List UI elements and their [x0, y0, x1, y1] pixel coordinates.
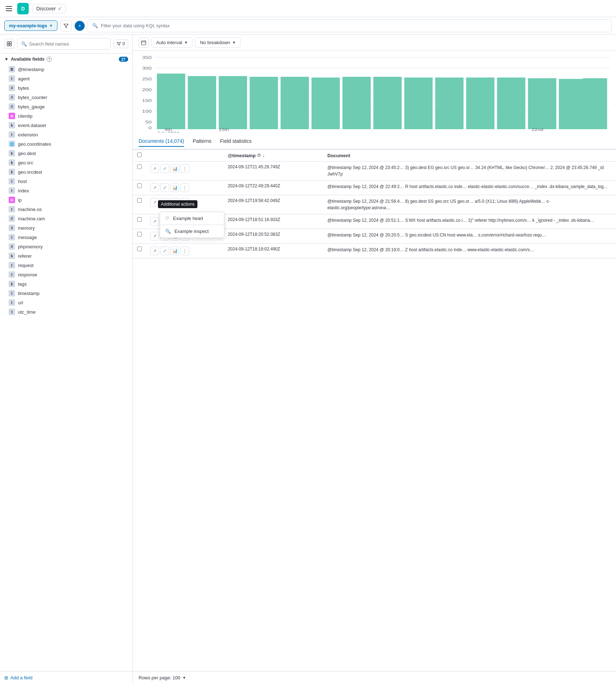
rows-per-page-chevron[interactable]: ▼	[182, 676, 186, 680]
more-actions-button[interactable]: ⋮	[181, 198, 189, 207]
col-document: Document	[323, 150, 616, 161]
visualize-button[interactable]: 📊	[171, 164, 179, 173]
svg-rect-3	[10, 44, 11, 46]
sidebar-field-item[interactable]: t timestamp	[0, 289, 132, 298]
field-name-label: request	[18, 263, 33, 268]
sidebar-field-item[interactable]: k tags	[0, 279, 132, 289]
sidebar-field-item[interactable]: # bytes_counter	[0, 93, 132, 102]
context-menu-item-inspect[interactable]: 🔍 Example inspect	[160, 225, 224, 238]
timestamp-cell: 2024-09-12T18:20:52.083Z	[223, 229, 323, 244]
sidebar-field-item[interactable]: # bytes_gauge	[0, 102, 132, 111]
visualize-button[interactable]: 📊	[171, 247, 179, 255]
chart-calendar-button[interactable]	[139, 38, 149, 48]
sidebar-field-item[interactable]: # memory	[0, 223, 132, 233]
tab-documents-label: Documents (14,074)	[139, 138, 184, 144]
sidebar-field-item[interactable]: t request	[0, 261, 132, 270]
visualize-button[interactable]: 📊	[171, 198, 179, 207]
sidebar-field-item[interactable]: t url	[0, 298, 132, 307]
available-fields-header[interactable]: ▼ Available fields ? 27	[0, 53, 132, 65]
sidebar-field-item[interactable]: t message	[0, 233, 132, 242]
row-checkbox[interactable]	[137, 164, 142, 169]
table-row: ↗ ⤢ 📊 ⋮ 2024-09-12T19:56:42.049Z @timest…	[133, 195, 616, 214]
row-checkbox[interactable]	[137, 198, 142, 203]
fields-header-left: ▼ Available fields ?	[4, 56, 52, 62]
more-actions-button[interactable]: ⋮	[181, 164, 189, 173]
filter-count-button[interactable]: 0	[113, 39, 128, 48]
row-actions-cell: ↗ ⤢ 📊 ⋮	[146, 244, 223, 258]
auto-interval-label: Auto interval	[156, 40, 182, 45]
view-doc-button[interactable]: ⤢	[160, 164, 169, 173]
sidebar-field-item[interactable]: 🗓 @timestamp	[0, 65, 132, 74]
tab-patterns[interactable]: Patterns	[193, 138, 211, 146]
svg-rect-30	[466, 78, 495, 129]
more-actions-button[interactable]: ⋮	[181, 247, 189, 255]
sidebar-field-item[interactable]: t index	[0, 186, 132, 195]
search-field-input[interactable]	[29, 41, 107, 47]
field-name-label: utc_time	[18, 309, 36, 315]
svg-text:250: 250	[142, 77, 152, 81]
view-doc-button[interactable]: ⤢	[160, 198, 169, 207]
field-name-label: ip	[18, 197, 22, 203]
discover-button[interactable]: Discover ✓	[32, 4, 66, 13]
sidebar-field-item[interactable]: t agent	[0, 74, 132, 83]
hamburger-icon[interactable]	[4, 5, 14, 13]
sidebar-field-item[interactable]: 🌐 geo.coordinates	[0, 139, 132, 149]
tab-documents[interactable]: Documents (14,074)	[139, 138, 184, 147]
data-source-button[interactable]: my-example-logs ▼	[4, 20, 57, 31]
sidebar-field-item[interactable]: k geo.srcdest	[0, 167, 132, 177]
chevron-down-icon: ▼	[49, 24, 53, 28]
kql-filter-bar[interactable]: 🔍 Filter your data using KQL syntax	[88, 19, 612, 32]
sidebar-field-item[interactable]: # phpmemory	[0, 242, 132, 251]
field-type-icon: k	[9, 159, 15, 166]
no-breakdown-button[interactable]: No breakdown ▼	[195, 37, 241, 48]
field-name-label: bytes_counter	[18, 95, 47, 100]
context-menu-item-heart[interactable]: ♡ Example heart	[160, 212, 224, 225]
sidebar-field-item[interactable]: k event.dataset	[0, 121, 132, 130]
more-actions-button[interactable]: ⋮	[181, 183, 189, 192]
row-actions-cell: ↗ ⤢ 📊 ⋮	[146, 181, 223, 195]
view-doc-button[interactable]: ⤢	[160, 247, 169, 255]
row-checkbox[interactable]	[137, 217, 142, 222]
sidebar-field-item[interactable]: k referer	[0, 251, 132, 261]
expand-row-button[interactable]: ↗	[150, 183, 159, 192]
col-timestamp[interactable]: @timestamp ⏱ ↓	[223, 150, 323, 161]
field-name-label: geo.srcdest	[18, 169, 42, 175]
sidebar-field-item[interactable]: k geo.dest	[0, 149, 132, 158]
tab-field-statistics[interactable]: Field statistics	[220, 138, 252, 146]
sidebar-field-item[interactable]: t host	[0, 177, 132, 186]
row-checkbox[interactable]	[137, 247, 142, 251]
select-all-checkbox[interactable]	[137, 153, 142, 157]
sidebar-field-item[interactable]: t extension	[0, 130, 132, 139]
view-doc-button[interactable]: ⤢	[160, 183, 169, 192]
sidebar-field-item[interactable]: # machine.ram	[0, 214, 132, 223]
expand-row-button[interactable]: ↗	[150, 164, 159, 173]
row-checkbox[interactable]	[137, 232, 142, 236]
add-button[interactable]: +	[75, 21, 85, 31]
timestamp-cell: 2024-09-12T18:51:16.933Z	[223, 214, 323, 229]
visualize-button[interactable]: 📊	[171, 183, 179, 192]
row-checkbox[interactable]	[137, 183, 142, 188]
field-type-icon: t	[9, 187, 15, 194]
expand-row-button[interactable]: ↗	[150, 247, 159, 255]
auto-interval-button[interactable]: Auto interval ▼	[151, 37, 192, 48]
sidebar-field-item[interactable]: t response	[0, 270, 132, 279]
sidebar-field-item[interactable]: t machine.os	[0, 205, 132, 214]
add-field-button[interactable]: ⊞ Add a field	[0, 671, 132, 684]
row-actions: ↗ ⤢ 📊 ⋮	[150, 164, 219, 173]
expand-row-button[interactable]: ↗	[150, 198, 159, 207]
sidebar-field-item[interactable]: ip ip	[0, 195, 132, 205]
avatar-button[interactable]: D	[17, 3, 29, 14]
expand-row-button[interactable]: ↗	[150, 217, 159, 226]
sidebar-field-item[interactable]: # bytes	[0, 83, 132, 93]
filter-icon-button[interactable]	[60, 20, 72, 32]
info-icon[interactable]: ?	[47, 57, 52, 62]
tabs-bar: Documents (14,074) Patterns Field statis…	[133, 135, 616, 150]
field-type-icon: t	[9, 206, 15, 212]
sidebar-field-item[interactable]: t utc_time	[0, 307, 132, 317]
sidebar-field-item[interactable]: k geo.src	[0, 158, 132, 167]
grid-icon-button[interactable]	[4, 39, 14, 49]
field-name-label: event.dataset	[18, 123, 46, 128]
svg-rect-32	[528, 78, 556, 129]
expand-row-button[interactable]: ↗	[150, 232, 159, 240]
sidebar-field-item[interactable]: ip clientip	[0, 111, 132, 121]
